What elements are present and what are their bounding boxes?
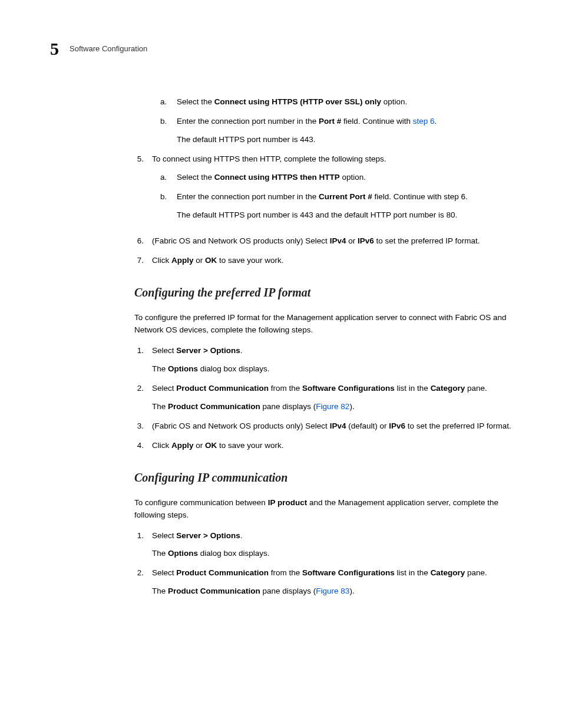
list-item: a. Select the Connect using HTTPS then H… xyxy=(160,172,512,184)
list-marker: 3. xyxy=(134,420,144,433)
extra-text: The Options dialog box displays. xyxy=(152,363,512,375)
list-marker: 5. xyxy=(134,153,144,229)
list-marker: a. xyxy=(160,96,168,108)
list-body: Enter the connection port number in the … xyxy=(177,116,512,146)
list-body: To connect using HTTPS then HTTP, comple… xyxy=(152,153,512,229)
numbered-list: 5. To connect using HTTPS then HTTP, com… xyxy=(134,153,512,268)
list-body: Click Apply or OK to save your work. xyxy=(152,440,512,452)
list-item: 2. Select Product Communication from the… xyxy=(134,567,512,598)
list-body: Select Server > Options. The Options dia… xyxy=(152,530,512,561)
extra-text: The Product Communication pane displays … xyxy=(152,401,512,413)
list-body: Select the Connect using HTTPS (HTTP ove… xyxy=(177,96,512,108)
section-title: Software Configuration xyxy=(70,43,147,55)
extra-text: The Options dialog box displays. xyxy=(152,548,512,560)
extra-text: The default HTTPS port number is 443 and… xyxy=(177,209,512,222)
extra-text: The default HTTPS port number is 443. xyxy=(177,134,512,146)
list-body: Enter the connection port number in the … xyxy=(177,191,512,222)
list-body: Select Product Communication from the So… xyxy=(152,567,512,598)
numbered-list: 1. Select Server > Options. The Options … xyxy=(134,530,512,598)
list-item: a. Select the Connect using HTTPS (HTTP … xyxy=(160,96,512,108)
heading-ip-communication: Configuring IP communication xyxy=(134,469,512,486)
page-header: 5 Software Configuration xyxy=(50,35,512,62)
link-figure83[interactable]: Figure 83 xyxy=(316,587,349,595)
numbered-list: 1. Select Server > Options. The Options … xyxy=(134,345,512,452)
list-marker: 7. xyxy=(134,255,144,267)
list-item: 3. (Fabric OS and Network OS products on… xyxy=(134,420,512,433)
list-item: b. Enter the connection port number in t… xyxy=(160,191,512,222)
list-marker: a. xyxy=(160,172,168,184)
list-body: (Fabric OS and Network OS products only)… xyxy=(152,235,512,248)
list-item: 5. To connect using HTTPS then HTTP, com… xyxy=(134,153,512,229)
list-marker: 2. xyxy=(134,567,144,598)
list-marker: 4. xyxy=(134,440,144,452)
list-marker: 1. xyxy=(134,530,144,561)
list-item: 4. Click Apply or OK to save your work. xyxy=(134,440,512,452)
list-item: 1. Select Server > Options. The Options … xyxy=(134,530,512,561)
list-marker: b. xyxy=(160,116,168,146)
heading-preferred-ip: Configuring the preferred IP format xyxy=(134,284,512,301)
sub-list: a. Select the Connect using HTTPS (HTTP … xyxy=(160,96,512,146)
list-body: (Fabric OS and Network OS products only)… xyxy=(152,420,512,433)
extra-text: The Product Communication pane displays … xyxy=(152,585,512,598)
list-body: Select the Connect using HTTPS then HTTP… xyxy=(177,172,512,184)
page-content: a. Select the Connect using HTTPS (HTTP … xyxy=(134,96,512,598)
list-body: Select Server > Options. The Options dia… xyxy=(152,345,512,375)
list-item: 6. (Fabric OS and Network OS products on… xyxy=(134,235,512,248)
link-figure82[interactable]: Figure 82 xyxy=(316,402,349,411)
list-item: 2. Select Product Communication from the… xyxy=(134,383,512,413)
chapter-number: 5 xyxy=(50,35,59,62)
list-body: Click Apply or OK to save your work. xyxy=(152,255,512,267)
list-marker: 1. xyxy=(134,345,144,375)
list-marker: 6. xyxy=(134,235,144,248)
sub-list: a. Select the Connect using HTTPS then H… xyxy=(160,172,512,222)
list-body: Select Product Communication from the So… xyxy=(152,383,512,413)
list-marker: b. xyxy=(160,191,168,222)
intro-paragraph: To configure communication between IP pr… xyxy=(134,497,512,522)
list-marker: 2. xyxy=(134,383,144,413)
link-step6[interactable]: step 6 xyxy=(413,117,435,126)
list-item: 7. Click Apply or OK to save your work. xyxy=(134,255,512,267)
list-item: b. Enter the connection port number in t… xyxy=(160,116,512,146)
list-item: 1. Select Server > Options. The Options … xyxy=(134,345,512,375)
intro-paragraph: To configure the preferred IP format for… xyxy=(134,312,512,337)
